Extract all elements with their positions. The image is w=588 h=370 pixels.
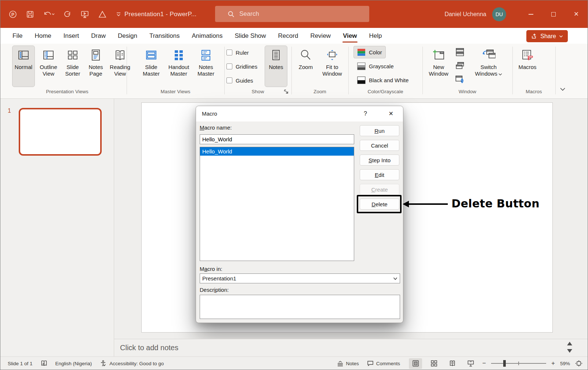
document-title: Presentation1 - PowerP...: [124, 0, 197, 28]
notes-panel[interactable]: Click to add notes: [114, 339, 588, 356]
accessibility-icon[interactable]: [100, 360, 106, 367]
tab-home[interactable]: Home: [35, 28, 51, 44]
user-name: Daniel Uchenna: [444, 11, 486, 18]
group-separator: [555, 47, 556, 94]
spellcheck-icon[interactable]: [41, 360, 47, 367]
group-separator: [348, 47, 349, 94]
group-label-presentation-views: Presentation Views: [8, 89, 127, 94]
search-input[interactable]: [239, 10, 349, 18]
arrange-all-icon: [455, 48, 465, 57]
minimize-button[interactable]: [519, 0, 542, 28]
fit-to-window-button[interactable]: Fit to Window: [319, 46, 345, 87]
ruler-checkbox[interactable]: Ruler: [226, 48, 249, 57]
collapse-ribbon-icon[interactable]: [558, 85, 568, 94]
slide-thumbnail-panel: 1: [0, 99, 114, 356]
search-box[interactable]: [215, 6, 369, 22]
slideshow-status-button[interactable]: [464, 358, 477, 369]
run-button[interactable]: Run: [360, 125, 399, 136]
reading-view-button[interactable]: Reading View: [108, 46, 132, 87]
tab-file[interactable]: File: [12, 28, 22, 44]
edit-button[interactable]: Edit: [360, 169, 399, 180]
step-into-button[interactable]: Step Into: [360, 155, 399, 166]
tab-animations[interactable]: Animations: [192, 28, 222, 44]
zoom-slider[interactable]: [491, 363, 546, 364]
macro-name-input[interactable]: [200, 134, 354, 144]
checkbox-icon: [226, 77, 232, 83]
group-separator: [291, 47, 292, 94]
reading-view-status-button[interactable]: [446, 358, 459, 369]
notes-toggle-button[interactable]: Notes: [265, 46, 287, 87]
normal-view-button[interactable]: Normal: [12, 46, 35, 87]
zoom-slider-handle[interactable]: [503, 360, 506, 367]
reading-view-icon: [114, 49, 126, 61]
dialog-close-button[interactable]: ✕: [389, 106, 393, 121]
handout-master-button[interactable]: Handout Master: [164, 46, 193, 87]
start-slideshow-icon[interactable]: [80, 10, 89, 19]
macro-list[interactable]: Hello_World: [200, 147, 354, 261]
tab-help[interactable]: Help: [369, 28, 382, 44]
group-label-color-grayscale: Color/Grayscale: [348, 89, 422, 94]
tab-design[interactable]: Design: [118, 28, 137, 44]
color-mode-button[interactable]: Color: [353, 46, 386, 58]
notes-status-button[interactable]: Notes: [337, 360, 359, 366]
zoom-out-icon[interactable]: −: [482, 360, 486, 367]
shape-triangle-icon[interactable]: [98, 10, 107, 18]
next-slide-button[interactable]: [567, 349, 572, 353]
notes-master-button[interactable]: Notes Master: [194, 46, 218, 87]
powerpoint-logo-icon[interactable]: P: [8, 10, 17, 19]
previous-slide-button[interactable]: [567, 342, 572, 345]
tab-transitions[interactable]: Transitions: [149, 28, 180, 44]
slide-thumbnail[interactable]: [19, 108, 102, 156]
move-split-button[interactable]: [455, 75, 465, 84]
fit-slide-to-window-icon[interactable]: [575, 360, 582, 367]
dialog-help-button[interactable]: ?: [364, 106, 367, 121]
slide-indicator: Slide 1 of 1: [8, 361, 33, 366]
tab-slide-show[interactable]: Slide Show: [235, 28, 266, 44]
notes-master-icon: [200, 49, 212, 61]
macros-button[interactable]: Macros: [515, 46, 540, 87]
share-button[interactable]: Share: [526, 30, 568, 42]
new-window-button[interactable]: New Window: [425, 46, 452, 87]
gridlines-checkbox[interactable]: Gridlines: [226, 62, 257, 70]
minimize-icon: [529, 14, 533, 15]
slide-master-button[interactable]: Slide Master: [139, 46, 163, 87]
color-icon: [357, 48, 366, 57]
switch-windows-button[interactable]: Switch Windows: [470, 46, 507, 87]
close-button[interactable]: ✕: [565, 0, 588, 28]
description-textarea[interactable]: [200, 295, 400, 319]
tab-review[interactable]: Review: [310, 28, 331, 44]
undo-icon[interactable]: [43, 10, 55, 18]
tab-insert[interactable]: Insert: [63, 28, 79, 44]
zoom-in-icon[interactable]: +: [551, 360, 555, 367]
grayscale-mode-button[interactable]: Grayscale: [353, 60, 398, 72]
guides-checkbox[interactable]: Guides: [226, 76, 253, 84]
customize-qat-icon[interactable]: [116, 12, 121, 17]
slide-sorter-button[interactable]: Slide Sorter: [61, 46, 84, 87]
tab-record[interactable]: Record: [278, 28, 298, 44]
black-and-white-mode-button[interactable]: Black and White: [353, 74, 412, 86]
macro-list-item[interactable]: Hello_World: [200, 147, 354, 156]
redo-icon[interactable]: [63, 10, 72, 18]
cancel-button[interactable]: Cancel: [360, 140, 399, 151]
zoom-button[interactable]: Zoom: [294, 46, 317, 87]
macro-in-select[interactable]: Presentation1: [200, 273, 400, 283]
accessibility-status[interactable]: Accessibility: Good to go: [109, 361, 164, 366]
cascade-windows-button[interactable]: [455, 61, 465, 70]
notes-page-button[interactable]: Notes Page: [84, 46, 107, 87]
normal-view-status-button[interactable]: [409, 358, 422, 369]
slide-scroll-buttons: [567, 342, 572, 353]
zoom-percent[interactable]: 59%: [560, 361, 570, 366]
avatar[interactable]: DU: [492, 7, 506, 21]
outline-view-button[interactable]: Outline View: [37, 46, 60, 87]
comments-status-button[interactable]: Comments: [367, 360, 400, 366]
tab-draw[interactable]: Draw: [91, 28, 106, 44]
language-indicator[interactable]: English (Nigeria): [55, 361, 92, 366]
notes-page-icon: [90, 49, 102, 61]
create-button[interactable]: Create: [360, 184, 399, 195]
maximize-button[interactable]: [542, 0, 565, 28]
group-label-show: Show: [224, 89, 291, 94]
slide-sorter-status-button[interactable]: [427, 358, 440, 369]
tab-view[interactable]: View: [343, 28, 357, 44]
arrange-all-button[interactable]: [455, 47, 465, 57]
save-icon[interactable]: [26, 10, 34, 18]
